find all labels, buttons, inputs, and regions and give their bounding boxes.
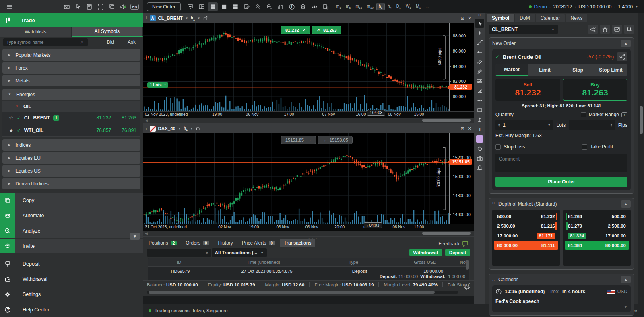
take-profit-checkbox[interactable]: [582, 144, 587, 150]
timeframe-M1[interactable]: M1: [414, 3, 423, 10]
dom-ask-row[interactable]: 81.263500.00: [565, 212, 629, 221]
dom-bid-row[interactable]: 2 500.0081.216: [494, 222, 558, 231]
collapse-icon[interactable]: ▲: [621, 200, 631, 208]
trend-line-tool[interactable]: [475, 38, 484, 47]
group-derived-indices[interactable]: ▶Derived Indices: [2, 178, 140, 189]
chart-sell-button[interactable]: 15151.85→: [281, 136, 316, 144]
timeframe-h4[interactable]: h4: [386, 3, 393, 10]
sell-button[interactable]: Sell 81.232: [495, 79, 560, 101]
tab-symbol[interactable]: Symbol: [487, 14, 514, 22]
language-selector[interactable]: EN: [130, 4, 139, 10]
market-range-checkbox[interactable]: [581, 112, 586, 117]
place-order-button[interactable]: Place Order: [495, 177, 627, 187]
group-metals[interactable]: ▶Metals: [2, 75, 140, 86]
toolbar-drag-handle[interactable]: ⁞⁞: [478, 14, 481, 18]
transactions-filter-dropdown[interactable]: All Transactions (...▼: [212, 248, 267, 257]
menu-item-invite[interactable]: Invite: [0, 239, 143, 253]
envelope-icon[interactable]: [62, 2, 72, 11]
window-scrollbar[interactable]: [638, 13, 644, 304]
chart-edit-icon[interactable]: [242, 2, 252, 11]
transactions-search-input[interactable]: [147, 249, 211, 257]
fibonacci-icon[interactable]: f: [287, 2, 297, 11]
collapse-icon[interactable]: ▲: [621, 40, 631, 47]
fib-fan-tool[interactable]: [475, 86, 484, 95]
menu-item-deposit[interactable]: Deposit: [0, 256, 143, 271]
tab-stop[interactable]: Stop: [561, 64, 594, 76]
close-icon[interactable]: ✕: [468, 126, 471, 131]
bell-icon[interactable]: [624, 25, 634, 34]
tab-watchlists[interactable]: Watchlists: [0, 27, 72, 37]
group-indices[interactable]: ▶Indices: [2, 139, 140, 151]
equidistant-channel-tool[interactable]: [475, 57, 484, 66]
panel-resize-handle[interactable]: ▪ ▪ ▪: [309, 237, 318, 241]
timeframe-D1[interactable]: D1: [394, 3, 403, 10]
symbol-row-cl_brent[interactable]: ☆✓CL_BRENT181.23281.263: [2, 112, 140, 124]
single-view-icon[interactable]: [219, 2, 229, 11]
color-swatch[interactable]: [476, 135, 483, 143]
gear-icon[interactable]: [464, 284, 470, 290]
menu-item-analyze[interactable]: Analyze: [0, 223, 143, 238]
speaker-icon[interactable]: [118, 2, 128, 11]
withdrawal-button[interactable]: Withdrawal: [409, 249, 442, 256]
timeframe-m15[interactable]: m15: [354, 3, 364, 10]
cursor-tool[interactable]: [475, 19, 484, 28]
cursor-click-icon[interactable]: [73, 2, 83, 11]
timeframe-m5[interactable]: m5: [344, 3, 353, 10]
menu-item-copy[interactable]: Copy: [0, 193, 143, 208]
scrollbar-thumb[interactable]: [640, 106, 643, 134]
stop-loss-checkbox[interactable]: [495, 144, 501, 150]
calculator-icon[interactable]: [85, 2, 94, 11]
menu-item-help-center[interactable]: ?Help Center: [0, 302, 143, 317]
symbol-dropdown-icon[interactable]: ▼: [178, 127, 181, 130]
tab-limit[interactable]: Limit: [528, 64, 561, 76]
info-icon[interactable]: i: [621, 112, 627, 117]
price-axis[interactable]: 15151.85 15200.0015000.0014800.0014600.0…: [450, 133, 474, 224]
buy-button[interactable]: Buy 81.263: [563, 79, 627, 101]
menu-item-withdrawal[interactable]: Withdrawal: [0, 272, 143, 286]
drag-handle-icon[interactable]: ⁞: [146, 126, 147, 130]
position-badge[interactable]: 1 Lots↑: [147, 82, 168, 88]
link-chart-icon[interactable]: [203, 16, 208, 21]
tab-calendar[interactable]: Calendar: [536, 14, 565, 22]
text-tool[interactable]: T: [475, 125, 484, 134]
group-equities-us[interactable]: ▶Equities US: [2, 165, 140, 177]
rectangle-tool[interactable]: [475, 105, 484, 115]
camera-tool[interactable]: [475, 154, 484, 163]
scrollbar-thumb[interactable]: [422, 119, 471, 122]
copy-window-icon[interactable]: [107, 2, 117, 11]
calendar-event[interactable]: 10:15 (undefined) Time: in 4 hours USD F…: [492, 285, 631, 312]
time-axis[interactable]: 04:03 02 Nov 2023, undefined19:0006 Nov1…: [143, 111, 474, 118]
scrollbar-thumb[interactable]: [422, 232, 471, 235]
feedback-link[interactable]: Feedback: [438, 241, 469, 247]
drag-handle-icon[interactable]: ⁞⁞: [492, 278, 495, 282]
fullscreen-icon[interactable]: [96, 2, 105, 11]
ellipse-tool[interactable]: [475, 144, 484, 153]
tab-orders[interactable]: Orders0: [182, 239, 213, 247]
menu-icon[interactable]: [5, 2, 14, 11]
drag-handle-icon[interactable]: ⁞⁞: [492, 202, 495, 206]
symbol-search-input[interactable]: [3, 38, 88, 46]
arrow-marker-tool[interactable]: [475, 115, 484, 124]
chart-plot[interactable]: 81.232➚ ➚81.263 1 Lots↑ 5000 pips: [143, 23, 450, 111]
tab-stop-limit[interactable]: Stop Limit: [594, 64, 627, 76]
more-timeframes[interactable]: ...: [423, 4, 431, 10]
menu-item-settings[interactable]: Settings: [0, 287, 143, 302]
indicators-icon[interactable]: [276, 2, 285, 11]
star-icon[interactable]: ☆: [9, 115, 14, 121]
menu-item-automate[interactable]: Automate: [0, 208, 143, 223]
comment-input[interactable]: [495, 154, 627, 172]
alert-bell-tool[interactable]: [475, 163, 484, 173]
drawing-dots-tool[interactable]: [475, 96, 484, 105]
share-icon[interactable]: [617, 52, 627, 61]
dom-bid-row[interactable]: 500.0081.232: [494, 212, 558, 221]
link-chart-icon[interactable]: [196, 126, 201, 131]
timeframe-dropdown-icon[interactable]: ▼: [190, 127, 193, 130]
chart-icon[interactable]: [612, 25, 622, 34]
table-scrollbar[interactable]: [466, 260, 469, 270]
account-dropdown-icon[interactable]: ▼: [635, 5, 638, 8]
drag-handle-icon[interactable]: ⁞: [146, 16, 147, 20]
pitchfork-tool[interactable]: [475, 67, 484, 76]
chart-buy-button[interactable]: →15153.05: [318, 136, 353, 144]
quantity-stepper[interactable]: ▲▼ 1 ▼: [495, 120, 553, 130]
chart-symbol-label[interactable]: CL_BRENT: [158, 16, 183, 21]
